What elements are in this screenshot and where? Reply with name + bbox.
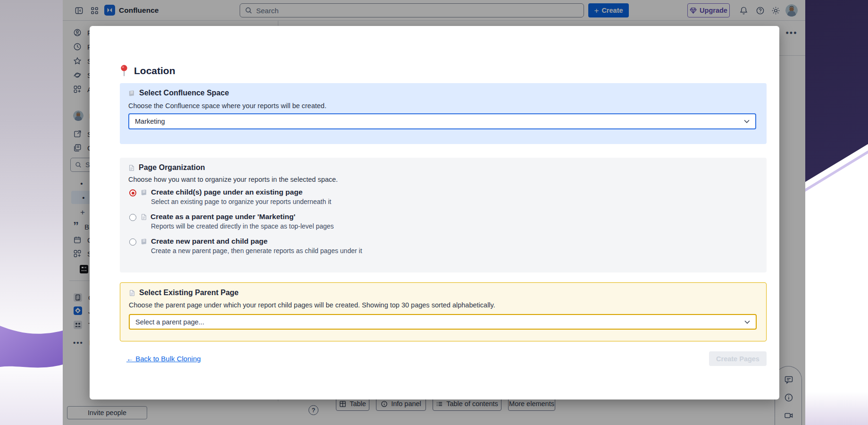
section-description: Choose how you want to organize your rep… xyxy=(128,176,338,183)
page-icon xyxy=(128,164,135,171)
select-parent-page-section: Select Existing Parent Page Choose the p… xyxy=(120,282,767,341)
notebook-icon xyxy=(141,238,148,245)
background-right-panel xyxy=(805,0,868,425)
option-new-parent-and-child[interactable]: Create new parent and child page Create … xyxy=(129,237,362,255)
space-select[interactable]: Marketing xyxy=(128,113,756,129)
screen: Confluence Search + Create Upgrade xyxy=(0,0,868,425)
radio-unselected[interactable] xyxy=(129,238,136,246)
create-pages-button[interactable]: Create Pages xyxy=(709,351,767,366)
radio-selected[interactable] xyxy=(129,189,136,196)
option-description: Create a new parent page, then generate … xyxy=(151,247,362,255)
option-title: Create new parent and child page xyxy=(141,237,362,246)
pushpin-icon xyxy=(119,65,129,77)
purple-wedge-shape xyxy=(805,0,868,425)
option-title: Create as a parent page under 'Marketing… xyxy=(141,212,334,221)
background-left-panel xyxy=(0,0,63,425)
radio-unselected[interactable] xyxy=(129,214,136,221)
dialog-title: Location xyxy=(119,65,175,77)
option-child-under-existing[interactable]: Create child(s) page under an existing p… xyxy=(129,188,331,205)
option-description: Select an existing page to organize your… xyxy=(151,198,331,205)
option-description: Reports will be created directly in the … xyxy=(151,222,334,230)
select-space-section: Select Confluence Space Choose the Confl… xyxy=(120,83,767,144)
page-icon xyxy=(129,289,135,297)
space-select-value: Marketing xyxy=(135,118,165,125)
section-header: Select Confluence Space xyxy=(128,89,229,97)
purple-ribbon-shape xyxy=(0,293,63,387)
chevron-down-icon xyxy=(744,320,750,324)
page-icon xyxy=(141,213,147,221)
notebook-icon xyxy=(128,90,135,97)
chevron-down-icon xyxy=(744,119,750,123)
section-header: Select Existing Parent Page xyxy=(129,289,239,297)
corner-gradient xyxy=(805,392,868,425)
parent-select-placeholder: Select a parent page... xyxy=(135,318,204,326)
back-to-bulk-cloning-link[interactable]: ← Back to Bulk Cloning xyxy=(126,355,201,363)
location-dialog: Location Select Confluence Space Choose … xyxy=(90,26,779,400)
parent-page-select[interactable]: Select a parent page... xyxy=(129,314,757,330)
option-title: Create child(s) page under an existing p… xyxy=(141,188,331,196)
option-parent-under-space[interactable]: Create as a parent page under 'Marketing… xyxy=(129,212,334,230)
page-organization-section: Page Organization Choose how you want to… xyxy=(120,158,767,272)
notebook-icon xyxy=(141,189,148,196)
section-description: Choose the parent page under which your … xyxy=(129,301,495,309)
section-description: Choose the Confluence space where your r… xyxy=(128,102,326,110)
section-header: Page Organization xyxy=(128,163,205,172)
